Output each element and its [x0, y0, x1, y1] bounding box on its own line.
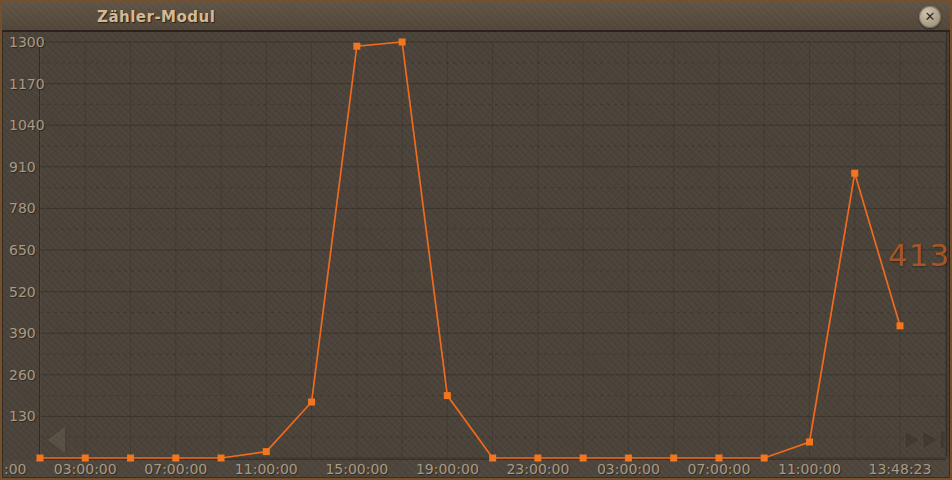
scroll-left-icon[interactable]: [48, 427, 65, 453]
data-point-marker[interactable]: [263, 448, 270, 455]
y-tick-label: 130: [9, 408, 49, 425]
y-tick-label: 1300: [9, 34, 49, 51]
y-tick-label: 390: [9, 325, 49, 342]
data-point-marker[interactable]: [444, 392, 451, 399]
last-value-label: 413: [888, 237, 950, 273]
y-tick-label: 650: [9, 242, 49, 259]
data-point-marker[interactable]: [806, 439, 813, 446]
x-tick-label: 07:00:00: [687, 461, 750, 478]
x-tick-label: 13:48:23: [869, 461, 932, 478]
x-tick-label: 07:00:00: [144, 461, 207, 478]
y-tick-label: 1170: [9, 76, 49, 93]
y-tick-label: 780: [9, 200, 49, 217]
chart-area: 130011701040910780650520390260130 :0003:…: [2, 32, 950, 478]
x-tick-label: 03:00:00: [54, 461, 117, 478]
x-tick-label: 11:00:00: [778, 461, 841, 478]
x-tick-label: 15:00:00: [325, 461, 388, 478]
data-point-marker[interactable]: [897, 322, 904, 329]
x-tick-label: 03:00:00: [597, 461, 660, 478]
skip-to-end-icon[interactable]: [901, 429, 951, 451]
x-axis-labels: :0003:00:0007:00:0011:00:0015:00:0019:00…: [2, 461, 950, 480]
zaehler-modul-window: Zähler-Modul ✕ 1300117010409107806505203…: [0, 0, 952, 480]
x-tick-label: :00: [4, 461, 27, 478]
x-tick-label: 23:00:00: [506, 461, 569, 478]
data-point-marker[interactable]: [308, 399, 315, 406]
y-tick-label: 1040: [9, 117, 49, 134]
data-point-marker[interactable]: [399, 39, 406, 46]
y-tick-label: 910: [9, 159, 49, 176]
y-tick-label: 520: [9, 284, 49, 301]
y-tick-label: 260: [9, 367, 49, 384]
data-point-marker[interactable]: [851, 170, 858, 177]
data-point-marker[interactable]: [353, 43, 360, 50]
line-chart: [2, 2, 952, 480]
x-tick-label: 19:00:00: [416, 461, 479, 478]
x-tick-label: 11:00:00: [235, 461, 298, 478]
